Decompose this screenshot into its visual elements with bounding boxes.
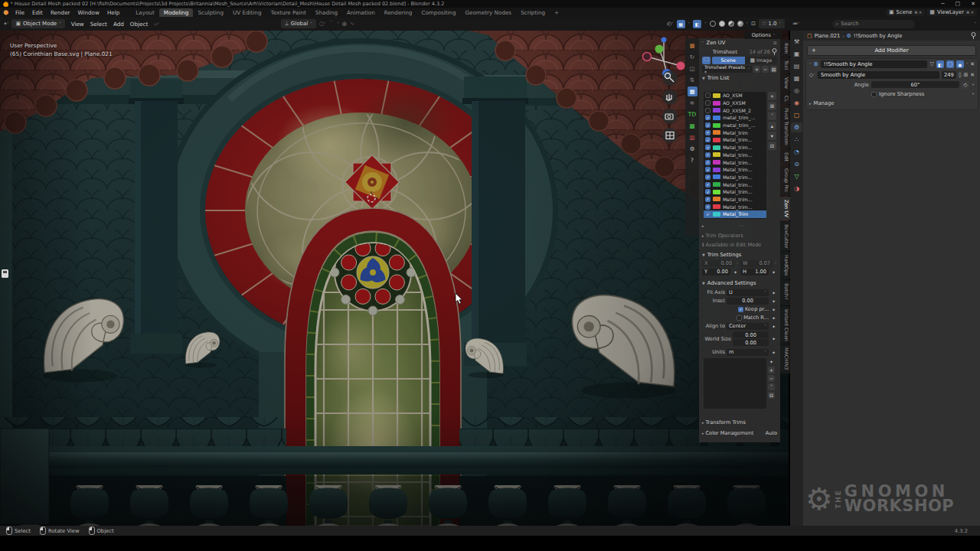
trim-checkbox[interactable]: ✓ [705, 174, 710, 180]
pan-hand-button[interactable] [662, 90, 678, 105]
help-icon[interactable]: ? [688, 155, 697, 165]
hidden-panel-arrow-icon[interactable] [2, 269, 8, 278]
trim-preview-box[interactable] [704, 358, 766, 409]
modifier-extras-dropdown[interactable]: ˅ [966, 62, 969, 67]
trim-checkbox[interactable]: ✓ [705, 167, 710, 172]
trim-checkbox[interactable]: ✓ [705, 160, 710, 165]
trim-color-swatch[interactable] [713, 190, 720, 194]
h-apply-icon[interactable]: ✦ [770, 269, 777, 276]
world-size-x-field[interactable]: 0.00 [733, 331, 769, 338]
sidebar-tab-view[interactable]: View [780, 74, 790, 92]
preset-add-button[interactable]: + [753, 66, 760, 73]
fit-axis-dropdown[interactable]: U˅ [727, 289, 769, 296]
trim-duplicate-button[interactable]: ⊞ [768, 102, 776, 110]
workspace-tab-uv-editing[interactable]: UV Editing [228, 8, 266, 17]
trim-move-down-button[interactable]: ▾ [768, 132, 776, 140]
zenuv-logo-icon[interactable]: ■ [688, 41, 697, 51]
trim-checkbox[interactable]: ✓ [705, 115, 710, 120]
camera-view-button[interactable] [662, 109, 678, 124]
workspace-tab-shading[interactable]: Shading [311, 8, 342, 17]
add-modifier-button[interactable]: + Add Modifier [807, 45, 976, 56]
extra-dropdown-icon[interactable]: ▱˅ [154, 21, 160, 27]
trim-checkbox[interactable]: ✓ [705, 211, 710, 217]
workspace-tab--[interactable]: + [550, 8, 564, 17]
trim-color-swatch[interactable] [713, 101, 720, 106]
xray-dropdown-icon[interactable]: ˅ [704, 21, 707, 27]
stack-icon[interactable]: ≋ [688, 98, 697, 108]
menu-render[interactable]: Render [47, 9, 74, 16]
source-scene-toggle[interactable]: Scene [712, 57, 745, 64]
color-management-label[interactable]: Color Management [706, 430, 754, 436]
world-size-apply-icon[interactable]: ✦ [770, 335, 777, 342]
options-dropdown[interactable]: Options˅ [744, 31, 782, 39]
sidebar-tab-item[interactable]: Item [780, 40, 790, 57]
shading-rendered-icon[interactable] [737, 21, 743, 27]
units-dropdown[interactable]: m˅ [727, 349, 769, 356]
trim-checkbox[interactable]: ✓ [705, 197, 710, 202]
preset-remove-button[interactable]: − [762, 66, 769, 73]
trim-row[interactable]: ✓Metal_Trim [704, 210, 766, 218]
trim-color-swatch[interactable] [713, 212, 720, 217]
workspace-tab-layout[interactable]: Layout [131, 8, 158, 17]
trim-color-swatch[interactable] [713, 93, 720, 98]
prop-size-field[interactable]: ∷ 1.0 ˅ [759, 19, 785, 28]
xray-toggle-icon[interactable]: ◧ [693, 20, 701, 28]
workspace-tab-modeling[interactable]: Modeling [159, 8, 194, 17]
node-group-field[interactable]: Smooth by Angle [818, 71, 939, 79]
source-image-toggle[interactable]: ▦Image [745, 57, 778, 64]
sidebar-tab-batch-[interactable]: Batch™ [780, 280, 790, 305]
trim-row[interactable]: ✓metal_trim_... [704, 122, 766, 129]
world-tab[interactable]: ◉ [791, 98, 802, 108]
preview-dropdown[interactable]: ˅ [768, 383, 775, 390]
trim-color-swatch[interactable] [713, 130, 720, 135]
filter-icon[interactable]: ▽ [929, 61, 933, 67]
keep-apply-icon[interactable]: ✦ [770, 306, 777, 313]
workspace-tab-animation[interactable]: Animation [342, 8, 380, 17]
trim-row[interactable]: AO_XXSM [704, 99, 766, 107]
snap-dropdown-icon[interactable]: ˅ [337, 21, 339, 27]
angle-keyframe-icon[interactable]: ◇ [962, 81, 969, 89]
physics-tab[interactable]: ◔ [791, 147, 802, 157]
texel-density-icon[interactable]: TD [688, 109, 697, 119]
trim-move-up-button[interactable]: ▴ [768, 122, 776, 130]
trim-row[interactable]: ✓Metal_trim... [704, 136, 766, 144]
trim-checkbox[interactable]: ✓ [705, 182, 710, 187]
inset-field[interactable]: 0.00 [727, 298, 769, 305]
advanced-settings-label[interactable]: Advanced Settings [707, 280, 756, 286]
viewport-menu-view[interactable]: View [68, 21, 87, 28]
presets-dropdown[interactable]: Trimsheet Presets *˅ [702, 66, 752, 73]
snap-magnet-icon[interactable]: ⌒ [328, 20, 334, 28]
trimsheet-icon[interactable]: ▥ [688, 132, 697, 142]
tool-tab[interactable]: ⚒ [791, 37, 802, 47]
trim-row[interactable]: ✓Metal_trim... [704, 158, 766, 166]
trim-checkbox[interactable]: ✓ [705, 145, 710, 150]
trim-checkbox[interactable]: ✓ [705, 130, 710, 135]
copy-icon[interactable]: ⊞ [963, 72, 968, 78]
workspace-tab-compositing[interactable]: Compositing [416, 8, 460, 17]
proportional-edit-icon[interactable]: ◎ [342, 21, 347, 27]
shading-wireframe-icon[interactable] [710, 21, 716, 27]
viewlayer-selector[interactable]: ▦ ViewLayer ⊞ ✕ [926, 9, 977, 16]
render-preview-icon[interactable]: ⊡ [751, 21, 756, 27]
workspace-tab-texture-paint[interactable]: Texture Paint [266, 8, 310, 17]
trim-checkbox[interactable]: ✓ [705, 204, 710, 210]
align-to-dropdown[interactable]: Center˅ [727, 323, 769, 330]
trim-specials-dropdown[interactable]: ˅ [768, 112, 776, 120]
sidebar-tab-edit[interactable]: Edit [780, 149, 790, 165]
output-tab[interactable]: ▤ [791, 61, 802, 71]
sidebar-tab-hardops[interactable]: HardOps [780, 252, 790, 279]
object-tab[interactable]: ▢ [791, 110, 802, 120]
trim-row[interactable]: ✓metal_trim_... [704, 114, 766, 122]
trim-row[interactable]: AO_XSM [704, 92, 766, 99]
users-count-badge[interactable]: 249 [942, 71, 956, 79]
breadcrumb-pin-icon[interactable] [971, 32, 976, 39]
overlays-dropdown-icon[interactable]: ˅ [688, 21, 691, 27]
fit-axis-apply-icon[interactable]: ✦ [770, 289, 777, 296]
preview-remove-button[interactable]: − [768, 375, 775, 382]
sidebar-tab-cl[interactable]: CL [780, 93, 790, 105]
render-tab[interactable]: ▣ [791, 49, 802, 59]
sidebar-tab-instant-clean[interactable]: Instant Clean [780, 306, 790, 344]
world-size-y-field[interactable]: 0.00 [733, 339, 769, 346]
sidebar-tab-group-pro[interactable]: Group Pro [780, 165, 790, 195]
trim-checkbox[interactable]: ✓ [705, 152, 710, 158]
